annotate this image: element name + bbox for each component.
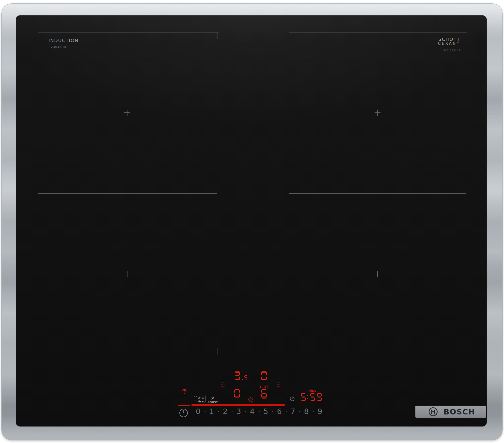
power-button[interactable] <box>180 409 188 417</box>
move-pan-arrow-icon <box>260 385 268 389</box>
power-bar-segment-rest <box>285 405 324 405</box>
pause-icon[interactable] <box>194 396 197 402</box>
lock-time-label: 4sec <box>197 400 206 403</box>
display-front-right[interactable] <box>261 389 267 397</box>
timer-button[interactable] <box>290 396 295 401</box>
boost-chevrons-icon <box>211 396 215 400</box>
slider-number-7[interactable]: 7 <box>286 408 300 415</box>
timer-unit-label: min:s <box>306 389 317 392</box>
power-bar-segment-active <box>191 404 285 406</box>
slider-number-3[interactable]: 3 <box>232 408 245 415</box>
star-icon[interactable] <box>247 396 254 403</box>
display-front-left[interactable] <box>234 389 240 397</box>
key-lock-button[interactable]: 4sec <box>197 396 206 403</box>
slider-number-5[interactable]: 5 <box>259 408 272 415</box>
control-panel: 4sec BOOST <box>16 15 487 426</box>
slider-number-6[interactable]: 6 <box>273 408 286 415</box>
ceramic-glass: INDUCTION PVQ645HB1 SCHOTT CERAN® 800127… <box>16 15 487 426</box>
timer-display <box>301 393 322 401</box>
slider-number-8[interactable]: 8 <box>300 408 313 415</box>
pan-indicator-right-icon <box>277 382 281 387</box>
slider-number-0[interactable]: 0 <box>191 408 205 415</box>
boost-label: BOOST <box>208 401 217 404</box>
slider-number-1[interactable]: 1 <box>205 408 218 415</box>
slider-number-2[interactable]: 2 <box>218 408 232 415</box>
power-icon <box>183 410 184 413</box>
pan-indicator-left-icon <box>221 382 225 387</box>
slider-number-9[interactable]: 9 <box>313 408 326 415</box>
display-rear-left[interactable] <box>234 372 247 380</box>
wifi-icon[interactable] <box>181 389 188 394</box>
key-icon <box>197 396 206 400</box>
boost-button[interactable]: BOOST <box>208 396 217 404</box>
active-zone-underline <box>262 398 267 399</box>
product-photo: INDUCTION PVQ645HB1 SCHOTT CERAN® 800127… <box>0 0 504 443</box>
cooktop-frame: INDUCTION PVQ645HB1 SCHOTT CERAN® 800127… <box>1 3 503 440</box>
clock-icon <box>290 396 295 401</box>
panel-divider <box>205 395 205 402</box>
power-level-slider[interactable]: 0123456789 <box>191 408 327 416</box>
slider-number-4[interactable]: 4 <box>246 408 259 415</box>
power-bar-segment-left <box>178 405 190 406</box>
display-rear-right[interactable] <box>261 372 267 380</box>
